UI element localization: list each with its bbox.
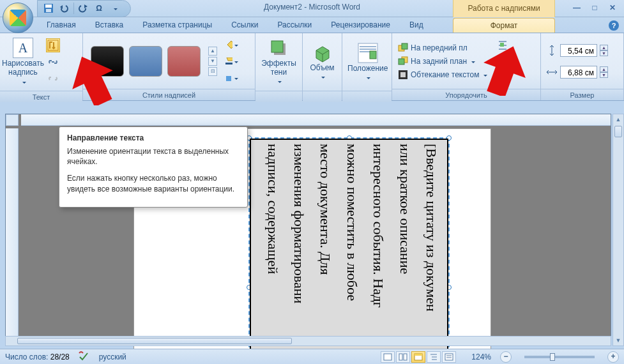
draw-textbox-button[interactable]: A Нарисовать надпись xyxy=(4,36,42,88)
position-button[interactable]: Положение xyxy=(346,36,389,88)
style-swatch-blue[interactable] xyxy=(129,46,162,77)
web-layout-icon xyxy=(414,353,423,361)
tab-references[interactable]: Ссылки xyxy=(222,17,268,33)
gallery-scroll: ▲ ▼ ⊟ xyxy=(208,47,217,76)
change-shape-button[interactable] xyxy=(225,71,239,85)
text-direction-button[interactable] xyxy=(46,38,60,52)
gallery-up-button[interactable]: ▲ xyxy=(208,47,217,56)
language-indicator[interactable]: русский xyxy=(99,353,126,361)
ribbon-group-arrange: На передний пл На задний план Обтекание … xyxy=(392,33,541,100)
shape-height-input[interactable]: 5,54 см xyxy=(560,44,597,57)
svg-rect-13 xyxy=(370,51,376,59)
close-button[interactable]: ✕ xyxy=(606,3,619,13)
textbox-line: можно поместить в любое xyxy=(340,144,363,364)
send-to-back-button[interactable]: На задний план xyxy=(396,56,489,67)
view-full-screen-button[interactable] xyxy=(396,351,410,363)
tab-home[interactable]: Главная xyxy=(37,17,86,33)
height-up-button[interactable]: ▲ xyxy=(600,45,608,50)
svg-rect-19 xyxy=(400,72,406,77)
bring-to-front-button[interactable]: На передний пл xyxy=(396,42,489,54)
ribbon-group-position: Положение xyxy=(342,33,392,100)
vertical-scrollbar[interactable]: ▲ ▼ xyxy=(613,114,624,346)
link-icon xyxy=(48,57,58,67)
quick-access-toolbar: Ω xyxy=(37,0,131,17)
undo-button[interactable] xyxy=(57,1,71,15)
tab-page-layout[interactable]: Разметка страницы xyxy=(133,17,222,33)
textbox-content[interactable]: [Введите цитату из докумен или краткое о… xyxy=(250,139,448,364)
textbox-line: [Введите цитату из докумен xyxy=(420,144,443,364)
svg-rect-10 xyxy=(360,46,376,47)
tab-format[interactable]: Формат xyxy=(453,18,555,33)
textbox-line: или краткое описание xyxy=(393,144,416,364)
office-button[interactable] xyxy=(3,3,33,33)
omega-button[interactable]: Ω xyxy=(92,1,106,15)
rotate-button[interactable] xyxy=(496,70,510,84)
tab-view[interactable]: Вид xyxy=(400,17,433,33)
scroll-up-button[interactable]: ▲ xyxy=(613,114,623,125)
tab-review[interactable]: Рецензирование xyxy=(321,17,400,33)
tab-insert[interactable]: Вставка xyxy=(86,17,133,33)
zoom-level[interactable]: 124% xyxy=(471,353,491,361)
wrap-icon xyxy=(398,70,408,80)
style-gallery[interactable]: ▲ ▼ ⊟ xyxy=(87,46,221,77)
tooltip-text: Если нажать кнопку несколько раз, можно … xyxy=(67,173,240,193)
save-button[interactable] xyxy=(42,1,56,15)
zoom-out-button[interactable]: − xyxy=(500,351,512,363)
style-swatch-red[interactable] xyxy=(167,46,201,77)
separator xyxy=(73,3,74,14)
zoom-slider-thumb[interactable] xyxy=(550,353,555,361)
gallery-down-button[interactable]: ▼ xyxy=(208,57,217,66)
width-up-button[interactable]: ▲ xyxy=(600,66,608,72)
print-layout-icon xyxy=(383,353,392,361)
vertical-scroll-thumb[interactable] xyxy=(614,126,622,137)
ribbon-group-label-styles: Стили надписей xyxy=(83,89,255,100)
view-web-layout-button[interactable] xyxy=(411,351,425,363)
shape-fill-button[interactable] xyxy=(225,38,239,52)
text-direction-icon xyxy=(47,40,59,51)
title-bar: Ω Документ2 - Microsoft Word Работа с на… xyxy=(0,0,624,17)
word-count[interactable]: Число слов: 28/28 xyxy=(5,353,70,361)
create-link-button[interactable] xyxy=(46,55,60,69)
restore-button[interactable]: □ xyxy=(588,3,601,13)
align-button[interactable] xyxy=(496,38,510,52)
height-down-button[interactable]: ▼ xyxy=(600,50,608,56)
ribbon-group-shadow: Эффекты тени xyxy=(255,33,303,100)
text-wrapping-button[interactable]: Обтекание текстом xyxy=(396,69,489,80)
scroll-down-button[interactable]: ▼ xyxy=(613,335,623,345)
minimize-button[interactable]: — xyxy=(570,3,583,13)
svg-rect-21 xyxy=(498,57,503,62)
width-down-button[interactable]: ▼ xyxy=(600,72,608,78)
width-icon xyxy=(546,66,558,78)
vertical-ruler[interactable] xyxy=(6,128,19,337)
zoom-slider[interactable] xyxy=(524,356,595,358)
svg-rect-1 xyxy=(45,4,52,8)
redo-button[interactable] xyxy=(77,1,91,15)
shape-outline-button[interactable] xyxy=(225,54,239,68)
qat-customize-button[interactable] xyxy=(107,1,121,15)
horizontal-scroll-thumb[interactable] xyxy=(17,338,292,344)
send-back-icon xyxy=(398,56,408,66)
ruler-corner xyxy=(6,114,19,126)
shadow-effects-button[interactable]: Эффекты тени xyxy=(259,36,300,88)
spellcheck-icon[interactable] xyxy=(79,351,90,363)
group-button[interactable] xyxy=(496,54,510,68)
help-button[interactable]: ? xyxy=(609,20,619,31)
zoom-in-button[interactable]: + xyxy=(607,351,619,363)
tab-mailings[interactable]: Рассылки xyxy=(268,17,321,33)
svg-rect-28 xyxy=(445,354,453,360)
view-draft-button[interactable] xyxy=(442,351,456,363)
svg-rect-8 xyxy=(271,41,283,52)
break-link-button[interactable] xyxy=(46,72,60,86)
gallery-more-button[interactable]: ⊟ xyxy=(208,67,217,76)
horizontal-ruler[interactable] xyxy=(21,114,611,126)
style-swatch-black[interactable] xyxy=(91,46,124,77)
view-print-layout-button[interactable] xyxy=(381,351,395,363)
textbox-letter-icon: A xyxy=(13,38,33,58)
horizontal-scrollbar[interactable] xyxy=(5,336,611,346)
3d-effects-button[interactable]: Объем xyxy=(305,36,340,88)
svg-rect-15 xyxy=(402,43,407,49)
shape-width-input[interactable]: 6,88 см xyxy=(560,66,597,79)
office-logo-icon xyxy=(10,10,26,26)
view-outline-button[interactable] xyxy=(427,351,441,363)
textbox-selection[interactable]: [Введите цитату из докумен или краткое о… xyxy=(248,137,450,364)
